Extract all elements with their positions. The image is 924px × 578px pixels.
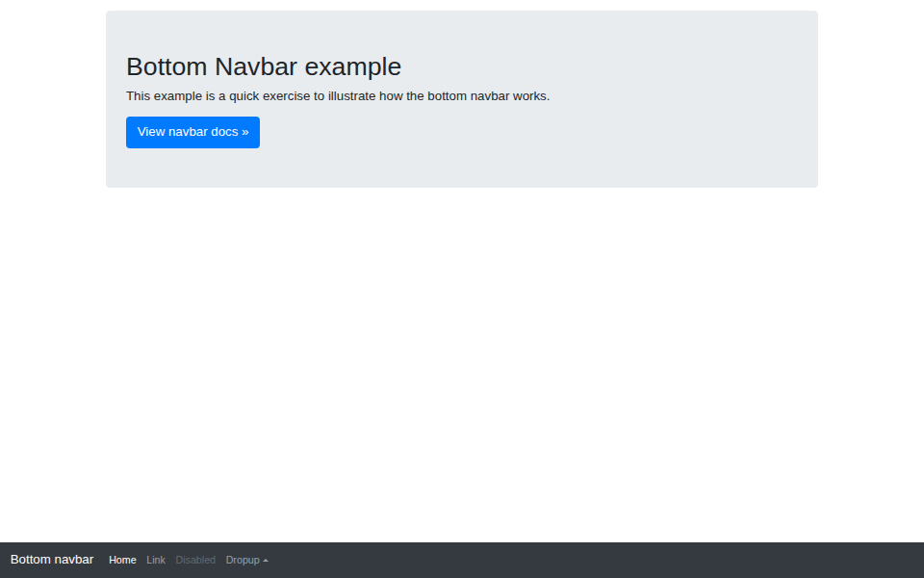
nav-item-disabled: Disabled xyxy=(170,547,220,573)
bottom-navbar: Bottom navbar Home Link Disabled Dropup xyxy=(0,542,924,578)
nav-item-dropup: Dropup xyxy=(220,547,272,573)
nav-link-dropup-label: Dropup xyxy=(226,554,260,565)
page-title: Bottom Navbar example xyxy=(126,51,798,82)
nav-link-link[interactable]: Link xyxy=(141,547,170,573)
nav-link-home[interactable]: Home xyxy=(104,547,141,573)
nav-link-disabled: Disabled xyxy=(170,547,220,573)
nav-item-home: Home xyxy=(104,547,141,573)
view-navbar-docs-button[interactable]: View navbar docs » xyxy=(126,117,260,148)
page-description: This example is a quick exercise to illu… xyxy=(126,87,798,106)
caret-up-icon xyxy=(263,559,269,562)
main-content: Bottom Navbar example This example is a … xyxy=(106,0,818,188)
nav-item-link: Link xyxy=(141,547,170,573)
navbar-nav: Home Link Disabled Dropup xyxy=(104,547,273,573)
jumbotron: Bottom Navbar example This example is a … xyxy=(106,11,818,188)
navbar-brand[interactable]: Bottom navbar xyxy=(11,548,93,571)
nav-link-dropup[interactable]: Dropup xyxy=(220,547,272,573)
